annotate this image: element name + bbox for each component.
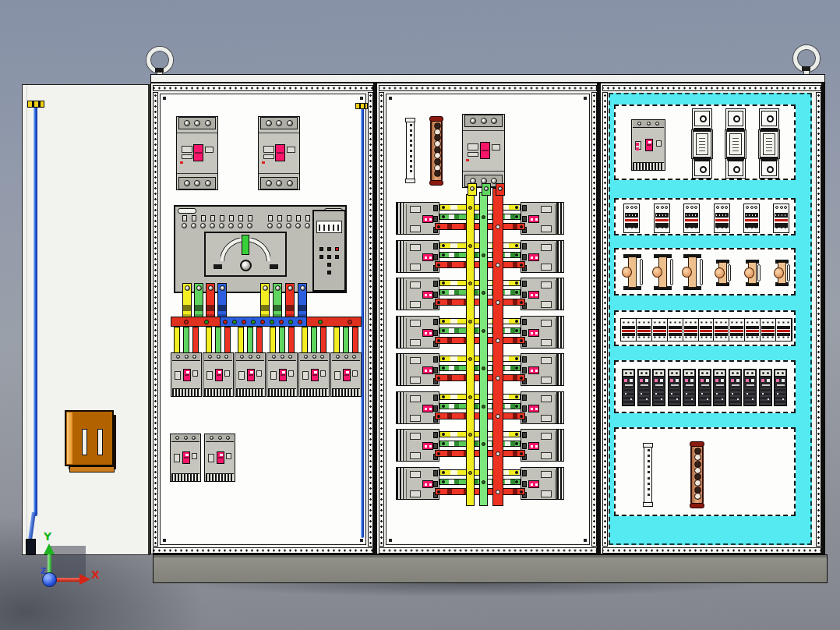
feeder-section[interactable] <box>376 83 598 554</box>
terminal-block[interactable] <box>683 319 699 341</box>
vertical-busbar-L3[interactable] <box>492 188 503 506</box>
feeder-breaker[interactable] <box>521 429 564 462</box>
branch-breaker[interactable] <box>171 352 202 397</box>
breaker-rocker[interactable] <box>275 144 285 161</box>
phase-cable[interactable] <box>182 283 192 318</box>
copper-busbar[interactable] <box>430 118 443 184</box>
breaker-rocker[interactable] <box>480 142 490 159</box>
breaker-rocker[interactable] <box>193 144 203 161</box>
feeder-breaker[interactable] <box>396 467 439 500</box>
terminal-block-row[interactable] <box>620 318 792 342</box>
breaker-rocker[interactable] <box>279 369 287 381</box>
busbar-support[interactable] <box>774 260 790 286</box>
compact-breaker[interactable] <box>743 369 757 406</box>
branch-breaker[interactable] <box>266 352 298 397</box>
terminal-block[interactable] <box>637 319 652 341</box>
cad-viewport[interactable]: Y X Z <box>0 0 840 630</box>
main-busbar[interactable] <box>171 317 362 327</box>
main-breaker-2[interactable] <box>258 116 300 190</box>
feeder-breaker[interactable] <box>521 467 564 500</box>
feeder-main-breaker[interactable] <box>462 114 505 188</box>
terminal-block[interactable] <box>621 319 637 341</box>
switch-handle[interactable] <box>242 235 249 255</box>
breaker-rocker[interactable] <box>183 369 191 381</box>
breaker-rocker[interactable] <box>215 369 223 381</box>
breaker-rocker[interactable] <box>182 451 190 464</box>
branch-breaker[interactable] <box>235 352 266 397</box>
feeder-breaker[interactable] <box>521 391 564 424</box>
feeder-breaker[interactable] <box>521 353 564 386</box>
ats-transfer-switch[interactable] <box>174 205 347 293</box>
aux-main-breaker[interactable] <box>631 119 665 171</box>
compact-breaker[interactable] <box>668 369 681 406</box>
fuse-holder[interactable] <box>725 108 746 179</box>
feeder-breaker[interactable] <box>396 278 439 310</box>
phase-cable[interactable] <box>285 283 295 318</box>
feeder-breaker[interactable] <box>521 316 564 349</box>
feeder-breaker[interactable] <box>521 240 564 273</box>
phase-cable[interactable] <box>217 283 227 318</box>
door-rod[interactable] <box>34 104 37 516</box>
copper-busbar[interactable] <box>690 443 704 507</box>
phase-cable[interactable] <box>206 283 215 318</box>
breaker-rocker[interactable] <box>311 369 319 381</box>
cabinet-door[interactable] <box>22 84 150 555</box>
terminal-block[interactable] <box>729 319 745 341</box>
phase-cable[interactable] <box>194 283 203 318</box>
compact-breaker[interactable] <box>683 369 696 406</box>
busbar-support[interactable] <box>682 254 703 290</box>
auxiliary-section[interactable] <box>600 83 822 554</box>
compact-breaker[interactable] <box>774 369 787 406</box>
fuse-holder[interactable] <box>692 108 712 179</box>
terminal-block[interactable] <box>776 319 792 341</box>
busbar-support[interactable] <box>652 254 673 290</box>
terminal-block[interactable] <box>745 319 761 341</box>
control-relay[interactable] <box>743 204 760 233</box>
breaker-rocker[interactable] <box>247 369 255 381</box>
feeder-breaker[interactable] <box>396 391 439 424</box>
compact-breaker[interactable] <box>652 369 665 406</box>
incoming-section[interactable] <box>150 83 374 554</box>
branch-breaker[interactable] <box>203 352 234 397</box>
control-relay[interactable] <box>714 204 730 233</box>
selector-knob[interactable] <box>240 260 252 271</box>
compact-breaker[interactable] <box>637 369 651 406</box>
fuse-holder[interactable] <box>759 108 779 179</box>
control-relay[interactable] <box>654 204 670 233</box>
terminal-block[interactable] <box>714 319 729 341</box>
branch-breaker[interactable] <box>298 352 330 397</box>
compact-breaker[interactable] <box>759 369 772 406</box>
latch[interactable] <box>178 208 196 214</box>
spare-breaker[interactable] <box>170 434 201 482</box>
feeder-breaker[interactable] <box>396 316 439 349</box>
terminal-strip[interactable] <box>406 119 415 182</box>
feeder-breaker[interactable] <box>521 202 564 235</box>
feeder-breaker[interactable] <box>396 429 439 462</box>
feeder-breaker[interactable] <box>396 240 439 273</box>
phase-cable[interactable] <box>298 283 307 318</box>
terminal-block[interactable] <box>668 319 683 341</box>
terminal-block[interactable] <box>699 319 715 341</box>
breaker-rocker[interactable] <box>645 139 653 151</box>
compact-breaker[interactable] <box>698 369 711 406</box>
vertical-busbar-L2[interactable] <box>479 192 488 506</box>
breaker-rocker[interactable] <box>217 451 224 464</box>
document-pocket[interactable] <box>65 410 114 466</box>
phase-cable[interactable] <box>260 283 270 318</box>
feeder-breaker[interactable] <box>396 202 439 235</box>
control-relay[interactable] <box>773 204 789 233</box>
vertical-busbar-L1[interactable] <box>466 194 475 506</box>
branch-breaker[interactable] <box>330 352 362 397</box>
terminal-block[interactable] <box>652 319 668 341</box>
control-relay[interactable] <box>623 204 640 233</box>
feeder-breaker[interactable] <box>396 353 439 386</box>
compact-breaker[interactable] <box>729 369 742 406</box>
compact-breaker[interactable] <box>713 369 726 406</box>
busbar-support[interactable] <box>744 260 761 286</box>
busbar-support[interactable] <box>622 254 643 290</box>
terminal-block[interactable] <box>761 319 776 341</box>
breaker-rocker[interactable] <box>343 369 351 381</box>
compact-breaker[interactable] <box>622 369 635 406</box>
phase-cable[interactable] <box>273 283 282 318</box>
main-breaker-1[interactable] <box>176 116 218 190</box>
